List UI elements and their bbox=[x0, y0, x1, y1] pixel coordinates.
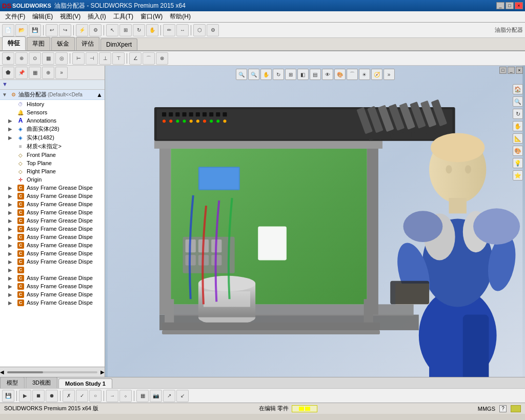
minimize-button[interactable]: _ bbox=[496, 2, 504, 9]
menu-insert[interactable]: 插入(I) bbox=[85, 11, 109, 22]
tab-features[interactable]: 特征 bbox=[2, 36, 26, 50]
bt-save-btn[interactable]: 💾 bbox=[2, 390, 14, 402]
tree-item-assy-6[interactable]: ▶ C Assy Frame Grease Dispe bbox=[0, 233, 105, 241]
bt-circle-btn[interactable]: ○ bbox=[89, 390, 102, 402]
btab-motion[interactable]: Motion Study 1 bbox=[58, 378, 112, 388]
menu-file[interactable]: 文件(F) bbox=[2, 11, 28, 22]
assy0-expand[interactable]: ▶ bbox=[8, 185, 14, 191]
lt-btn1[interactable]: ⬟ bbox=[2, 67, 14, 79]
tab-evaluate[interactable]: 评估 bbox=[76, 37, 99, 50]
tb2-btn1[interactable]: ⬟ bbox=[2, 52, 14, 65]
undo-button[interactable]: ↩ bbox=[46, 24, 58, 36]
bt-camera-btn[interactable]: 📷 bbox=[150, 390, 162, 402]
tb2-btn3[interactable]: ⊙ bbox=[29, 52, 41, 65]
select-button[interactable]: ↖ bbox=[106, 24, 118, 36]
bt-export-btn[interactable]: ↗ bbox=[163, 390, 175, 402]
lt-btn2[interactable]: 📌 bbox=[15, 67, 28, 79]
vt-zoom-out[interactable]: 🔍 bbox=[236, 69, 247, 80]
dimension-btn[interactable]: ↔ bbox=[176, 24, 189, 36]
options-button[interactable]: ⚙ bbox=[89, 24, 102, 36]
sketch-btn[interactable]: ✏ bbox=[163, 24, 175, 36]
vp-render-icon[interactable]: ⭐ bbox=[513, 170, 523, 181]
tree-item-assy-3[interactable]: ▶ C Assy Frame Grease Dispe bbox=[0, 208, 105, 216]
vp-home-icon[interactable]: 🏠 bbox=[513, 84, 523, 94]
vt-section[interactable]: ◧ bbox=[297, 69, 309, 80]
scroll-right-btn[interactable]: ▶ bbox=[100, 369, 105, 375]
menu-view[interactable]: 视图(V) bbox=[57, 11, 84, 22]
vp-pan2-icon[interactable]: ✋ bbox=[513, 121, 523, 131]
assy13-expand[interactable]: ▶ bbox=[8, 292, 14, 297]
tb2-btn11[interactable]: ⌒ bbox=[143, 52, 155, 65]
3d-viewport[interactable]: □ _ × 🔍 🔍 ✋ ↻ ⊞ ◧ ▤ 👁 🎨 ⌒ ☀ 🧭 » bbox=[105, 66, 525, 377]
assy6-expand[interactable]: ▶ bbox=[8, 234, 14, 240]
feature-btn[interactable]: ⬡ bbox=[193, 24, 206, 36]
feature-tree[interactable]: ▼ ⚙ 油脂分配器 (Default<<Defa ▲ ⏱ History 🔔 S… bbox=[0, 90, 105, 367]
assy8-expand[interactable]: ▶ bbox=[8, 251, 14, 256]
vt-hide[interactable]: 👁 bbox=[322, 69, 333, 80]
tree-item-right-plane[interactable]: ◇ Right Plane bbox=[0, 167, 105, 175]
assy7-expand[interactable]: ▶ bbox=[8, 243, 14, 248]
save-button[interactable]: 💾 bbox=[29, 24, 41, 36]
tree-item-assy-0[interactable]: ▶ C Assy Frame Grease Dispe bbox=[0, 184, 105, 192]
rotate-btn[interactable]: ↻ bbox=[133, 24, 145, 36]
assy9-expand[interactable]: ▶ bbox=[8, 259, 14, 265]
vp-rotate2-icon[interactable]: ↻ bbox=[513, 109, 523, 119]
surface-expand[interactable]: ▶ bbox=[8, 126, 14, 132]
vt-view-orient[interactable]: 🧭 bbox=[371, 69, 382, 80]
tb2-btn2[interactable]: ⊕ bbox=[15, 52, 28, 65]
vt-curve[interactable]: ⌒ bbox=[347, 69, 358, 80]
tb2-btn12[interactable]: ⊗ bbox=[156, 52, 168, 65]
status-warning-icon[interactable] bbox=[511, 405, 521, 412]
vp-zoom-icon[interactable]: 🔍 bbox=[513, 96, 523, 107]
bt-x-btn[interactable]: ✗ bbox=[63, 390, 75, 402]
assy11-expand[interactable]: ▶ bbox=[8, 275, 14, 281]
tab-dimxpert[interactable]: DimXpert bbox=[100, 38, 137, 50]
open-button[interactable]: 📂 bbox=[15, 24, 28, 36]
tree-item-history[interactable]: ⏱ History bbox=[0, 100, 105, 108]
redo-button[interactable]: ↪ bbox=[59, 24, 71, 36]
bt-keyframe-btn[interactable]: ⬦ bbox=[119, 390, 132, 402]
tree-item-annotations[interactable]: ▶ A Annotations bbox=[0, 116, 105, 125]
bt-check-btn[interactable]: ✓ bbox=[76, 390, 88, 402]
zoom-fit-btn[interactable]: ⊞ bbox=[119, 24, 132, 36]
vt-display[interactable]: ▤ bbox=[310, 69, 321, 80]
vt-more[interactable]: » bbox=[383, 69, 395, 80]
tree-item-assy-4[interactable]: ▶ C Assy Frame Grease Dispe bbox=[0, 216, 105, 225]
tree-item-assy-5[interactable]: ▶ C Assy Frame Grease Dispe bbox=[0, 225, 105, 233]
tree-item-surface[interactable]: ▶ ◈ 曲面实体(28) bbox=[0, 125, 105, 133]
tree-item-assy-13[interactable]: ▶ C Assy Frame Grease Dispe bbox=[0, 290, 105, 298]
btab-3dview[interactable]: 3D视图 bbox=[26, 377, 57, 388]
tree-root-item[interactable]: ▼ ⚙ 油脂分配器 (Default<<Defa ▲ bbox=[0, 90, 105, 100]
vp-realview-icon[interactable]: 💡 bbox=[513, 158, 523, 168]
vt-appearances[interactable]: 🎨 bbox=[334, 69, 346, 80]
assy14-expand[interactable]: ▶ bbox=[8, 300, 14, 306]
tree-item-origin[interactable]: ✛ Origin bbox=[0, 175, 105, 184]
lt-btn3[interactable]: ▦ bbox=[29, 67, 41, 79]
assy12-expand[interactable]: ▶ bbox=[8, 284, 14, 289]
close-button[interactable]: × bbox=[515, 2, 523, 9]
tree-item-assy-2[interactable]: ▶ C Assy Frame Grease Dispe bbox=[0, 200, 105, 208]
tree-item-top-plane[interactable]: ◇ Top Plane bbox=[0, 159, 105, 167]
scroll-left-btn[interactable]: ◀ bbox=[0, 369, 4, 375]
lt-btn5[interactable]: » bbox=[55, 67, 68, 79]
lt-btn4[interactable]: ⊕ bbox=[42, 67, 54, 79]
tree-item-assy-8[interactable]: ▶ C Assy Frame Grease Dispe bbox=[0, 249, 105, 257]
tree-item-solid[interactable]: ▶ ◈ 实体(1482) bbox=[0, 133, 105, 142]
menu-tools[interactable]: 工具(T) bbox=[110, 11, 136, 22]
new-button[interactable]: 📄 bbox=[2, 24, 14, 36]
tb2-btn8[interactable]: ⊥ bbox=[99, 52, 111, 65]
tree-item-front-plane[interactable]: ◇ Front Plane bbox=[0, 151, 105, 159]
vt-scene[interactable]: ☀ bbox=[359, 69, 370, 80]
tab-sketch[interactable]: 草图 bbox=[27, 37, 50, 50]
assy5-expand[interactable]: ▶ bbox=[8, 226, 14, 232]
assembly-btn[interactable]: ⚙ bbox=[207, 24, 219, 36]
3d-model-view[interactable] bbox=[105, 66, 525, 377]
tree-item-assy-1[interactable]: ▶ C Assy Frame Grease Dispe bbox=[0, 192, 105, 200]
tab-sheetmetal[interactable]: 钣金 bbox=[51, 37, 75, 50]
tree-item-assy-7[interactable]: ▶ C Assy Frame Grease Dispe bbox=[0, 241, 105, 249]
tb2-btn10[interactable]: ∠ bbox=[129, 52, 142, 65]
tree-item-assy-9[interactable]: ▶ C Assy Frame Grease Dispe bbox=[0, 257, 105, 266]
rebuild-button[interactable]: ⚡ bbox=[76, 24, 88, 36]
assy10-expand[interactable]: ▶ bbox=[8, 267, 14, 273]
annotations-expand[interactable]: ▶ bbox=[8, 118, 14, 124]
